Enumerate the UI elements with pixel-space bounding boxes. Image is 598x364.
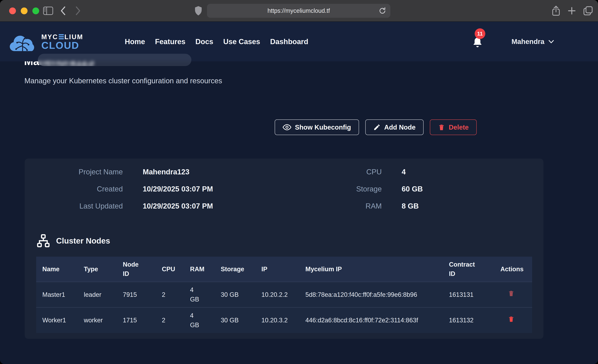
detail-value: 4: [402, 168, 406, 176]
reload-button[interactable]: [378, 7, 386, 16]
back-button[interactable]: [57, 0, 70, 22]
shield-icon: [194, 6, 202, 16]
delete-node-button[interactable]: [508, 290, 515, 297]
cell-contract-id: 1613132: [443, 307, 494, 333]
detail-row: Created 10/29/2025 03:07 PM: [35, 185, 213, 202]
blur-smudge: [38, 54, 191, 66]
add-node-button[interactable]: Add Node: [365, 119, 424, 135]
column-header-ram: RAM: [184, 257, 215, 282]
cell-ip: 10.20.3.2: [255, 307, 299, 333]
chevron-down-icon: [548, 40, 554, 44]
table-header-row: Name Type Node ID CPU RAM Storage IP Myc…: [36, 257, 532, 282]
delete-label: Delete: [449, 124, 469, 131]
delete-cluster-button[interactable]: Delete: [430, 119, 477, 135]
nav-link-dashboard[interactable]: Dashboard: [270, 38, 308, 46]
cell-ram: 4 GB: [184, 282, 215, 307]
trash-icon: [438, 124, 445, 131]
cell-actions: [494, 282, 532, 307]
details-left: Project Name Mahendra123 Created 10/29/2…: [35, 168, 213, 219]
privacy-report-button[interactable]: [192, 0, 205, 22]
nav-link-docs[interactable]: Docs: [195, 38, 213, 46]
close-window-button[interactable]: [9, 8, 16, 14]
nav-link-features[interactable]: Features: [155, 38, 185, 46]
column-header-actions: Actions: [494, 257, 532, 282]
cluster-nodes-title: Cluster Nodes: [56, 236, 110, 245]
column-header-storage: Storage: [215, 257, 255, 282]
detail-label: Project Name: [35, 168, 123, 176]
logo-line1-left: MYC: [41, 33, 58, 41]
cell-actions: [494, 307, 532, 333]
column-header-name: Name: [36, 257, 78, 282]
detail-label: Last Updated: [35, 202, 123, 210]
details-right: CPU 4 Storage 60 GB RAM 8 GB: [294, 168, 423, 219]
chevron-right-icon: [74, 6, 82, 16]
detail-row: RAM 8 GB: [294, 202, 423, 219]
nav-link-use-cases[interactable]: Use Cases: [223, 38, 260, 46]
details-card: Project Name Mahendra123 Created 10/29/2…: [25, 159, 543, 339]
page-subtitle: Manage your Kubernetes cluster configura…: [25, 77, 222, 85]
cell-name: Worker1: [36, 307, 78, 333]
detail-row: CPU 4: [294, 168, 423, 185]
detail-value: Mahendra123: [143, 168, 189, 176]
chevron-left-icon: [59, 6, 67, 16]
nodes-table: Name Type Node ID CPU RAM Storage IP Myc…: [36, 257, 532, 333]
column-header-contract-id: Contract ID: [443, 257, 494, 282]
add-node-label: Add Node: [384, 124, 415, 131]
column-header-ip: IP: [255, 257, 299, 282]
cell-type: leader: [78, 282, 117, 307]
detail-row: Last Updated 10/29/2025 03:07 PM: [35, 202, 213, 219]
cell-node-id: 1715: [117, 307, 156, 333]
cell-cpu: 2: [156, 307, 184, 333]
detail-row: Project Name Mahendra123: [35, 168, 213, 185]
logo-line1-right: LIUM: [64, 33, 83, 41]
reload-icon: [378, 7, 386, 15]
cell-mycelium-ip: 446:d2a6:8bcd:8c16:ff0f:72e2:3114:863f: [299, 307, 443, 333]
new-tab-button[interactable]: [565, 0, 578, 22]
nav-link-home[interactable]: Home: [125, 38, 145, 46]
notification-badge: 11: [475, 28, 485, 39]
delete-node-button[interactable]: [508, 315, 515, 323]
share-button[interactable]: [549, 0, 563, 22]
browser-toolbar: https://myceliumcloud.tf: [0, 0, 598, 22]
column-header-mycelium-ip: Mycelium IP: [299, 257, 443, 282]
nav-links: Home Features Docs Use Cases Dashboard: [125, 38, 308, 46]
detail-label: CPU: [294, 168, 382, 176]
table-row: Master1 leader 7915 2 4 GB 30 GB 10.20.2…: [36, 282, 532, 307]
detail-row: Storage 60 GB: [294, 185, 423, 202]
traffic-lights: [9, 8, 39, 14]
detail-value: 60 GB: [402, 185, 423, 193]
mycelium-cloud-logo-icon: [9, 29, 37, 54]
show-kubeconfig-button[interactable]: Show Kubeconfig: [275, 119, 359, 135]
forward-button[interactable]: [71, 0, 85, 22]
notifications-button[interactable]: 11: [472, 35, 483, 48]
cell-name: Master1: [36, 282, 78, 307]
user-name: Mahendra: [512, 38, 544, 46]
detail-value: 10/29/2025 03:07 PM: [143, 202, 213, 210]
plus-icon: [567, 6, 577, 16]
sidebar-icon: [43, 7, 53, 15]
trash-icon: [508, 290, 515, 297]
zoom-window-button[interactable]: [32, 8, 39, 14]
pencil-icon: [373, 124, 381, 131]
cell-contract-id: 1613131: [443, 282, 494, 307]
detail-value: 10/29/2025 03:07 PM: [143, 185, 213, 193]
column-header-node-id: Node ID: [117, 257, 156, 282]
navbar-right: 11 Mahendra: [472, 35, 554, 48]
logo-line2: CLOUD: [41, 41, 83, 50]
logo[interactable]: MYCLIUM CLOUD: [9, 29, 83, 54]
column-header-cpu: CPU: [156, 257, 184, 282]
tab-overview-icon: [583, 6, 593, 16]
detail-label: Storage: [294, 185, 382, 193]
url-text: https://myceliumcloud.tf: [267, 7, 330, 14]
network-icon: [36, 234, 50, 248]
sidebar-toggle-button[interactable]: [41, 0, 56, 22]
tab-overview-button[interactable]: [581, 0, 596, 22]
cell-ip: 10.20.2.2: [255, 282, 299, 307]
trash-icon: [508, 315, 515, 323]
cell-storage: 30 GB: [215, 307, 255, 333]
url-bar[interactable]: https://myceliumcloud.tf: [207, 4, 390, 18]
user-menu[interactable]: Mahendra: [512, 38, 554, 46]
share-icon: [551, 5, 561, 16]
detail-label: Created: [35, 185, 123, 193]
minimize-window-button[interactable]: [21, 8, 28, 14]
